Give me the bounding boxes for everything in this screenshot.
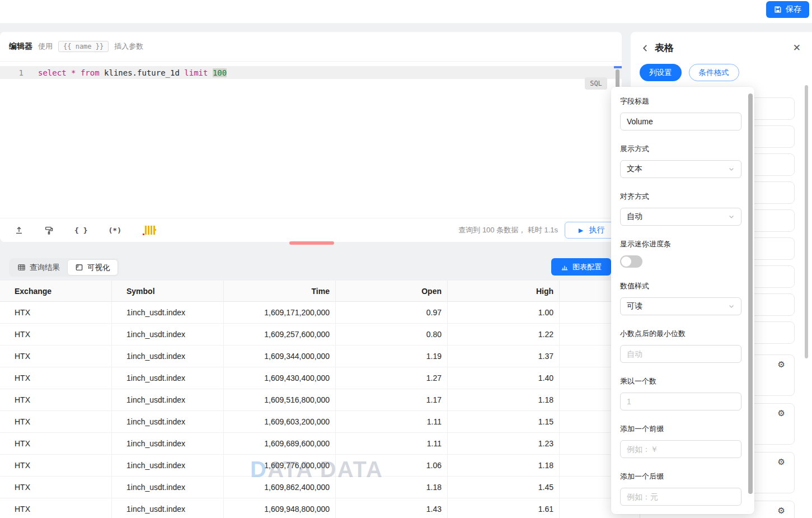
editor-header: 编辑器 使用 {{ name }} 插入参数: [0, 32, 622, 62]
braces-icon[interactable]: { }: [74, 226, 87, 235]
alignment-value: 自动: [627, 212, 642, 222]
table-cell: 1.00: [448, 302, 560, 323]
query-status-text: 查询到 100 条数据， 耗时 1.1s: [458, 225, 558, 235]
table-cell: 1.27: [336, 367, 448, 389]
table-cell: HTX: [0, 324, 112, 345]
table-cell: 1inch_usdt.index: [112, 346, 224, 367]
panel-tabs: 列设置 条件格式: [640, 64, 739, 81]
table-cell: 1inch_usdt.index: [112, 302, 224, 323]
parameter-icon[interactable]: (*): [108, 226, 121, 235]
number-style-select[interactable]: 可读: [620, 297, 741, 315]
gear-icon[interactable]: ⚙: [778, 457, 785, 467]
tab-query-results-label: 查询结果: [30, 263, 60, 273]
table-cell: 1.18: [336, 477, 448, 498]
table-cell: HTX: [0, 455, 112, 476]
table-cell: 1,609,516,800,000: [224, 389, 336, 410]
table-cell: HTX: [0, 498, 112, 518]
number-style-label: 数值样式: [620, 281, 745, 291]
alignment-select[interactable]: 自动: [620, 208, 741, 226]
table-cell: 1,609,171,200,000: [224, 302, 336, 323]
resize-drag-handle[interactable]: [289, 241, 334, 245]
column-header: Symbol: [112, 281, 224, 301]
chevron-down-icon: [728, 213, 735, 220]
back-chevron-icon[interactable]: [640, 43, 650, 53]
table-cell: HTX: [0, 433, 112, 454]
table-cell: 1inch_usdt.index: [112, 411, 224, 432]
tab-visualization-label: 可视化: [87, 263, 110, 273]
tab-query-results[interactable]: 查询结果: [10, 259, 67, 276]
min-decimals-input[interactable]: [620, 345, 741, 363]
table-cell: 1,609,257,600,000: [224, 324, 336, 345]
visualization-icon: [75, 263, 83, 272]
mini-progress-toggle[interactable]: [620, 255, 642, 268]
table-cell: 1.61: [448, 498, 560, 518]
table-cell: 1inch_usdt.index: [112, 498, 224, 518]
tab-visualization[interactable]: 可视化: [67, 259, 118, 276]
table-cell: 1,609,948,800,000: [224, 498, 336, 518]
use-label: 使用: [38, 41, 53, 52]
save-button[interactable]: 保存: [766, 1, 809, 18]
table-cell: HTX: [0, 346, 112, 367]
tab-conditional-format[interactable]: 条件格式: [689, 64, 739, 81]
chevron-down-icon: [728, 166, 735, 172]
sql-code[interactable]: select * from klines.future_1d limit 100: [38, 68, 227, 77]
prefix-input[interactable]: [620, 440, 741, 458]
suffix-input[interactable]: [620, 488, 741, 506]
popup-scrollbar[interactable]: [748, 94, 753, 494]
table-cell: 1inch_usdt.index: [112, 367, 224, 389]
table-cell: 1,609,344,000,000: [224, 346, 336, 367]
sql-editor-card: 编辑器 使用 {{ name }} 插入参数 1 select * from k…: [0, 32, 622, 242]
table-cell: 1inch_usdt.index: [112, 477, 224, 498]
table-cell: 1.45: [448, 477, 560, 498]
display-mode-select[interactable]: 文本: [620, 160, 741, 178]
display-mode-value: 文本: [627, 164, 642, 174]
gear-icon[interactable]: ⚙: [778, 360, 785, 370]
table-cell: 1.19: [336, 346, 448, 367]
run-label: 执行: [589, 225, 604, 235]
prefix-label: 添加一个前缀: [620, 424, 745, 434]
table-cell: 1.06: [336, 455, 448, 476]
run-button[interactable]: ▶ 执行: [565, 222, 618, 239]
line-number: 1: [0, 68, 25, 77]
number-style-value: 可读: [627, 301, 642, 311]
table-cell: HTX: [0, 389, 112, 410]
save-icon: [774, 6, 782, 13]
logo-bars-icon[interactable]: [142, 225, 154, 235]
alignment-label: 对齐方式: [620, 192, 745, 202]
field-title-label: 字段标题: [620, 96, 745, 106]
table-cell: 1inch_usdt.index: [112, 455, 224, 476]
table-cell: 1.17: [336, 389, 448, 410]
chart-config-button[interactable]: 图表配置: [551, 258, 611, 276]
table-cell: HTX: [0, 367, 112, 389]
table-cell: 1.43: [336, 498, 448, 518]
code-area[interactable]: 1 select * from klines.future_1d limit 1…: [0, 62, 622, 217]
active-code-line[interactable]: 1 select * from klines.future_1d limit 1…: [0, 66, 622, 79]
gear-icon[interactable]: ⚙: [778, 506, 785, 516]
table-cell: HTX: [0, 302, 112, 323]
column-settings-popup: 字段标题展示方式文本对齐方式自动显示迷你进度条数值样式可读小数点后的最小位数乘以…: [611, 87, 754, 514]
table-cell: 1,609,689,600,000: [224, 433, 336, 454]
table-cell: 1.37: [448, 346, 560, 367]
format-paint-roller-icon[interactable]: [44, 226, 54, 235]
param-template-badge[interactable]: {{ name }}: [58, 41, 109, 52]
table-cell: HTX: [0, 411, 112, 432]
play-icon: ▶: [579, 227, 583, 234]
multiplier-input[interactable]: [620, 393, 741, 410]
table-cell: 1inch_usdt.index: [112, 324, 224, 345]
display-mode-label: 展示方式: [620, 144, 745, 154]
bar-chart-icon: [561, 263, 569, 271]
table-cell: 1,609,603,200,000: [224, 411, 336, 432]
field-title-input[interactable]: [620, 113, 741, 130]
upload-icon[interactable]: [15, 226, 24, 235]
chart-config-label: 图表配置: [572, 262, 602, 272]
table-cell: 1.15: [448, 411, 560, 432]
suffix-label: 添加一个后缀: [620, 472, 745, 482]
column-header: High: [448, 281, 560, 301]
panel-scrollbar[interactable]: [805, 85, 808, 358]
gear-icon[interactable]: ⚙: [778, 408, 785, 418]
close-icon[interactable]: ✕: [793, 42, 801, 54]
min-decimals-label: 小数点后的最小位数: [620, 329, 745, 339]
tab-column-settings[interactable]: 列设置: [640, 64, 682, 81]
language-badge: SQL: [585, 77, 607, 90]
editor-title: 编辑器: [9, 41, 32, 52]
